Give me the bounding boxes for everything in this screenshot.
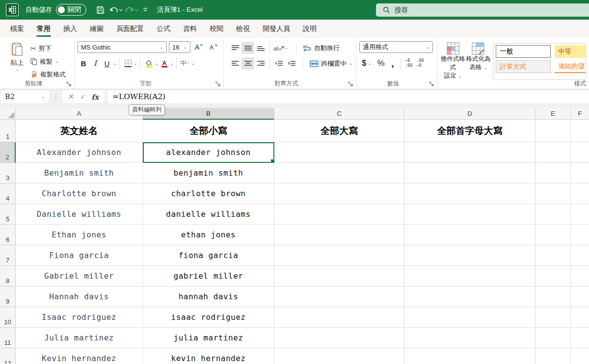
cell-C10[interactable]	[274, 307, 404, 328]
borders-button[interactable]	[122, 57, 134, 69]
insert-function-icon[interactable]: fx	[91, 93, 99, 101]
column-header-E[interactable]: E	[535, 108, 571, 120]
cell-E9[interactable]	[535, 286, 571, 307]
alignment-dialog-launcher-icon[interactable]	[348, 81, 354, 87]
row-header-10[interactable]: 10	[0, 307, 16, 328]
cell-D1[interactable]: 全部首字母大寫	[404, 120, 535, 142]
align-bottom-button[interactable]	[254, 42, 267, 54]
cell-A4[interactable]: Charlotte brown	[16, 183, 143, 204]
cell-E11[interactable]	[535, 328, 571, 348]
tab-file[interactable]: 檔案	[4, 20, 30, 38]
cancel-icon[interactable]: ✕	[68, 92, 75, 101]
cell-F6[interactable]	[571, 225, 589, 245]
row-header-6[interactable]: 6	[0, 225, 16, 245]
undo-chevron-icon[interactable]	[119, 9, 123, 11]
clipboard-dialog-launcher-icon[interactable]	[66, 81, 72, 87]
cell-D12[interactable]	[404, 348, 535, 364]
cell-E5[interactable]	[535, 204, 571, 225]
cell-C3[interactable]	[274, 163, 404, 183]
underline-chevron-icon[interactable]: ⌄	[113, 61, 117, 66]
cell-F11[interactable]	[571, 328, 589, 348]
column-header-C[interactable]: C	[274, 108, 404, 120]
cell-D2[interactable]	[404, 142, 535, 163]
save-button[interactable]	[93, 2, 107, 17]
phonetic-chevron-icon[interactable]: ⌄	[191, 61, 195, 66]
font-size-combo[interactable]: 16 ⌄	[169, 41, 190, 53]
row-header-9[interactable]: 9	[0, 286, 16, 307]
cell-B3[interactable]: benjamin smith	[143, 163, 274, 183]
font-color-chevron-icon[interactable]: ⌄	[170, 61, 174, 66]
row-header-12[interactable]: 12	[0, 348, 16, 364]
increase-decimal-button[interactable]: ←0.00	[403, 58, 414, 69]
qat-customize-icon[interactable]	[138, 2, 152, 17]
cell-F10[interactable]	[571, 307, 589, 328]
bold-button[interactable]: B	[78, 57, 89, 69]
row-header-1[interactable]: 1	[0, 120, 16, 142]
cell-E4[interactable]	[535, 183, 571, 204]
cell-C4[interactable]	[274, 183, 404, 204]
row-header-4[interactable]: 4	[0, 183, 16, 204]
row-header-5[interactable]: 5	[0, 204, 16, 225]
cell-D6[interactable]	[404, 225, 535, 245]
conditional-formatting-button[interactable]: 條件式格式 設定 ⌄	[440, 42, 466, 80]
fill-color-button[interactable]	[143, 57, 155, 69]
cell-C1[interactable]: 全部大寫	[274, 120, 404, 142]
font-dialog-launcher-icon[interactable]	[215, 81, 221, 87]
cell-B7[interactable]: fiona garcia	[143, 245, 274, 266]
tab-draw[interactable]: 繪圖	[83, 20, 110, 38]
cell-B10[interactable]: isaac rodriguez	[143, 307, 274, 328]
row-header-3[interactable]: 3	[0, 163, 16, 183]
align-right-button[interactable]	[254, 57, 267, 70]
cell-B9[interactable]: hannah davis	[143, 286, 274, 307]
format-as-table-button[interactable]: 格式化為 表格 ⌄	[466, 42, 491, 80]
decrease-decimal-button[interactable]: .00→0	[414, 58, 426, 69]
percent-button[interactable]: %	[374, 57, 388, 69]
name-box[interactable]: B2 ⌄	[1, 90, 49, 103]
cell-D11[interactable]	[404, 328, 535, 348]
enter-icon[interactable]: ✓	[80, 93, 86, 101]
cell-E6[interactable]	[535, 225, 571, 245]
row-header-7[interactable]: 7	[0, 245, 16, 266]
cell-E8[interactable]	[535, 266, 571, 286]
cell-C6[interactable]	[274, 225, 404, 245]
tab-page-layout[interactable]: 頁面配置	[110, 20, 150, 38]
number-format-combo[interactable]: 通用格式 ⌄	[359, 41, 433, 53]
align-top-button[interactable]	[229, 42, 241, 54]
font-name-combo[interactable]: MS Gothic ⌄	[78, 41, 167, 53]
autosave-toggle[interactable]: 關閉	[56, 4, 86, 16]
borders-chevron-icon[interactable]: ⌄	[134, 61, 138, 66]
format-painter-button[interactable]: 複製格式	[30, 69, 66, 80]
fill-color-chevron-icon[interactable]: ⌄	[155, 61, 159, 66]
cell-F12[interactable]	[571, 348, 589, 364]
cell-E7[interactable]	[535, 245, 571, 266]
currency-button[interactable]: $ ⌄	[359, 57, 374, 69]
column-header-A[interactable]: A	[16, 108, 143, 120]
cell-A9[interactable]: Hannah davis	[16, 286, 143, 307]
increase-indent-button[interactable]	[285, 57, 298, 70]
paste-button[interactable]: 貼上 ⌄	[6, 42, 28, 80]
cell-B8[interactable]: gabriel miller	[143, 266, 274, 286]
cell-E3[interactable]	[535, 163, 571, 183]
tab-home[interactable]: 常用	[30, 20, 57, 38]
number-dialog-launcher-icon[interactable]	[429, 81, 435, 87]
column-header-F[interactable]: F	[571, 108, 589, 120]
cell-F7[interactable]	[571, 245, 589, 266]
cell-A12[interactable]: Kevin hernandez	[16, 348, 143, 364]
comma-button[interactable]: ,	[388, 57, 398, 69]
cell-F9[interactable]	[571, 286, 589, 307]
redo-chevron-icon[interactable]	[134, 9, 138, 11]
cell-F1[interactable]	[571, 120, 589, 142]
cell-C7[interactable]	[274, 245, 404, 266]
tab-review[interactable]: 校閱	[203, 20, 230, 38]
underline-button[interactable]: U	[101, 57, 113, 69]
row-header-11[interactable]: 11	[0, 328, 16, 348]
cell-B5[interactable]: danielle williams	[143, 204, 274, 225]
cell-A3[interactable]: Benjamin smith	[16, 163, 143, 183]
cell-B1[interactable]: 全部小寫	[143, 120, 274, 142]
row-header-2[interactable]: 2	[0, 142, 16, 163]
selected-cell-B2[interactable]: alexander johnson	[143, 142, 274, 163]
style-linked-cell[interactable]: 連結的儲	[555, 60, 586, 73]
cell-C11[interactable]	[274, 328, 404, 348]
cell-A5[interactable]: Danielle williams	[16, 204, 143, 225]
phonetic-guide-button[interactable]: 中ㄨ	[179, 57, 191, 69]
